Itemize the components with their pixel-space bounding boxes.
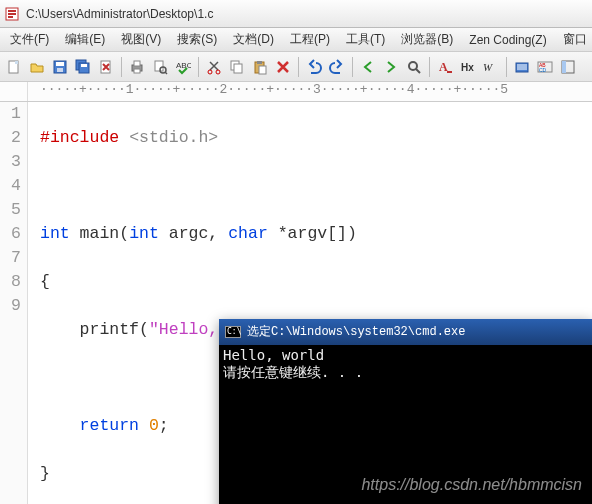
console-line: 请按任意键继续. . . — [223, 364, 588, 381]
column-ruler: ·····+·····1·····+·····2·····+·····3····… — [0, 82, 592, 102]
cut-icon[interactable] — [204, 57, 224, 77]
svg-rect-11 — [134, 61, 140, 66]
toolbar-separator — [506, 57, 507, 77]
svg-rect-4 — [56, 62, 64, 66]
nav-back-icon[interactable] — [358, 57, 378, 77]
line-number: 5 — [0, 198, 21, 222]
tok-keyword: int — [40, 224, 70, 243]
svg-text:Hx: Hx — [461, 62, 474, 73]
console-line: Hello, world — [223, 347, 588, 364]
tok-preproc: #include — [40, 128, 119, 147]
tok — [40, 416, 80, 435]
paste-icon[interactable] — [250, 57, 270, 77]
app-icon — [4, 6, 20, 22]
line-number: 7 — [0, 246, 21, 270]
console-title-path: C:\Windows\system32\cmd.exe — [271, 320, 465, 344]
title-bar: C:\Users\Administrator\Desktop\1.c — [0, 0, 592, 28]
tok-keyword: int — [129, 224, 159, 243]
svg-point-17 — [216, 70, 220, 74]
save-icon[interactable] — [50, 57, 70, 77]
tok — [139, 416, 149, 435]
toolbar-separator — [352, 57, 353, 77]
toolbar: ABC A Hx W ABCD — [0, 52, 592, 82]
charset-icon[interactable]: ABCD — [535, 57, 555, 77]
menu-search[interactable]: 搜索(S) — [171, 29, 223, 50]
title-path: C:\Users\Administrator\Desktop\1.c — [26, 7, 213, 21]
toolbar-separator — [121, 57, 122, 77]
svg-rect-13 — [155, 61, 163, 71]
tok: argc, — [159, 224, 228, 243]
ruler-text: ·····+·····1·····+·····2·····+·····3····… — [28, 82, 508, 101]
redo-icon[interactable] — [327, 57, 347, 77]
open-folder-icon[interactable] — [27, 57, 47, 77]
new-file-icon[interactable] — [4, 57, 24, 77]
line-number: 1 — [0, 102, 21, 126]
tok: *argv[]) — [268, 224, 357, 243]
line-number: 4 — [0, 174, 21, 198]
tok: { — [40, 270, 592, 294]
print-preview-icon[interactable] — [150, 57, 170, 77]
code-editor[interactable]: 1 2 3 4 5 6 7 8 9 #include <stdio.h> int… — [0, 102, 592, 504]
svg-rect-2 — [15, 61, 18, 64]
svg-rect-32 — [562, 61, 566, 73]
toolbar-separator — [429, 57, 430, 77]
find-icon[interactable] — [404, 57, 424, 77]
svg-text:A: A — [439, 60, 448, 74]
menu-tools[interactable]: 工具(T) — [340, 29, 391, 50]
print-icon[interactable] — [127, 57, 147, 77]
line-gutter: 1 2 3 4 5 6 7 8 9 — [0, 102, 28, 504]
delete-icon[interactable] — [273, 57, 293, 77]
cmd-icon: C:\ — [225, 326, 241, 338]
menu-project[interactable]: 工程(P) — [284, 29, 336, 50]
svg-point-16 — [208, 70, 212, 74]
menu-document[interactable]: 文档(D) — [227, 29, 280, 50]
svg-rect-8 — [81, 64, 87, 67]
line-number: 9 — [0, 294, 21, 318]
svg-rect-21 — [257, 61, 262, 64]
menu-window[interactable]: 窗口 — [557, 29, 592, 50]
line-number: 3 — [0, 150, 21, 174]
svg-text:CD: CD — [539, 67, 547, 73]
panel-icon[interactable] — [558, 57, 578, 77]
tok: ; — [159, 416, 169, 435]
menu-bar: 文件(F) 编辑(E) 视图(V) 搜索(S) 文档(D) 工程(P) 工具(T… — [0, 28, 592, 52]
svg-rect-19 — [234, 64, 242, 73]
toolbar-separator — [298, 57, 299, 77]
svg-rect-5 — [57, 68, 63, 72]
hex-icon[interactable]: Hx — [458, 57, 478, 77]
svg-rect-22 — [259, 66, 266, 74]
toolbar-separator — [198, 57, 199, 77]
svg-rect-12 — [134, 69, 140, 73]
undo-icon[interactable] — [304, 57, 324, 77]
console-window[interactable]: C:\ 选定 C:\Windows\system32\cmd.exe Hello… — [219, 319, 592, 504]
tok-number: 0 — [149, 416, 159, 435]
copy-icon[interactable] — [227, 57, 247, 77]
tok-keyword: char — [228, 224, 268, 243]
close-file-icon[interactable] — [96, 57, 116, 77]
compile-icon[interactable] — [512, 57, 532, 77]
tok-keyword: return — [80, 416, 139, 435]
console-title-prefix: 选定 — [247, 320, 271, 344]
menu-view[interactable]: 视图(V) — [115, 29, 167, 50]
line-number: 2 — [0, 126, 21, 150]
menu-file[interactable]: 文件(F) — [4, 29, 55, 50]
tok-include: <stdio.h> — [129, 128, 218, 147]
menu-zen[interactable]: Zen Coding(Z) — [463, 31, 552, 49]
spellcheck-icon[interactable]: ABC — [173, 57, 193, 77]
console-output[interactable]: Hello, world请按任意键继续. . . — [219, 345, 592, 504]
svg-text:ABC: ABC — [176, 61, 191, 70]
word-wrap-icon[interactable]: W — [481, 57, 501, 77]
line-number: 6 — [0, 222, 21, 246]
svg-text:W: W — [483, 61, 493, 73]
tok: printf( — [40, 320, 149, 339]
save-all-icon[interactable] — [73, 57, 93, 77]
font-icon[interactable]: A — [435, 57, 455, 77]
menu-browser[interactable]: 浏览器(B) — [395, 29, 459, 50]
tok: main( — [70, 224, 129, 243]
nav-fwd-icon[interactable] — [381, 57, 401, 77]
line-number: 8 — [0, 270, 21, 294]
menu-edit[interactable]: 编辑(E) — [59, 29, 111, 50]
svg-point-23 — [409, 62, 417, 70]
console-titlebar[interactable]: C:\ 选定 C:\Windows\system32\cmd.exe — [219, 319, 592, 345]
